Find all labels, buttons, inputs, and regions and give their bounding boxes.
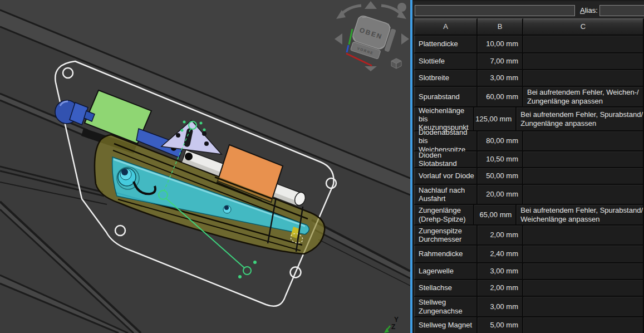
param-value-cell[interactable]: 3,00 mm xyxy=(478,70,523,87)
param-value-cell[interactable]: 2,00 mm xyxy=(478,280,523,297)
param-value-cell[interactable]: 5,00 mm xyxy=(478,317,523,333)
param-name-cell[interactable]: Vorlauf vor Diode xyxy=(414,168,478,185)
table-row: Nachlauf nach Ausfahrt20,00 mm xyxy=(414,185,644,205)
param-comment-cell[interactable]: Bei aufretendem Fehler, Spurabstand/ Wei… xyxy=(517,205,644,226)
table-row: Dioden Slotabstand10,50 mm xyxy=(414,151,644,168)
table-row: Diodenabstand bis Weichenspitze80,00 mm xyxy=(414,131,644,151)
param-value-cell[interactable]: 65,00 mm xyxy=(474,205,517,226)
table-row: Plattendicke10,00 mm xyxy=(414,36,644,53)
param-value-cell[interactable]: 7,00 mm xyxy=(478,53,523,70)
param-name-cell[interactable]: Slotbreite xyxy=(414,70,478,87)
param-comment-cell[interactable] xyxy=(523,131,644,151)
table-row: Stellweg Magnet5,00 mm xyxy=(414,317,644,333)
param-comment-cell[interactable] xyxy=(523,70,644,87)
param-name-cell[interactable]: Stellweg Zungenachse xyxy=(414,297,478,317)
alias-input[interactable] xyxy=(599,5,644,16)
cad-parameter-window: OBEN VORNE Y Z Alias: xyxy=(0,0,644,333)
parameter-name-input[interactable] xyxy=(415,5,575,16)
param-value-cell[interactable]: 20,00 mm xyxy=(478,185,523,205)
table-row: Spurabstand60,00 mmBei aufretendem Fehle… xyxy=(414,87,644,107)
param-name-cell[interactable]: Plattendicke xyxy=(414,36,478,53)
param-name-cell[interactable]: Spurabstand xyxy=(414,87,478,107)
table-row: Slotbreite3,00 mm xyxy=(414,70,644,87)
param-value-cell[interactable]: 50,00 mm xyxy=(478,168,523,185)
param-name-cell[interactable]: Lagerwelle xyxy=(414,263,478,280)
param-value-cell[interactable]: 3,00 mm xyxy=(478,297,523,317)
param-comment-cell[interactable] xyxy=(523,185,644,205)
param-name-cell[interactable]: Stellweg Magnet xyxy=(414,317,478,333)
column-header-c[interactable]: C xyxy=(523,18,644,36)
param-comment-cell[interactable] xyxy=(523,297,644,317)
param-name-cell[interactable]: Dioden Slotabstand xyxy=(414,151,478,168)
rod-hole xyxy=(185,153,193,160)
parameter-panel: Alias: A B C Plattendicke10,00 mmSlottie… xyxy=(412,0,644,333)
axis-z-label: Z xyxy=(391,323,395,331)
param-comment-cell[interactable] xyxy=(523,263,644,280)
table-row: Zungenspitze Durchmesser2,00 mm xyxy=(414,226,644,246)
column-header-a[interactable]: A xyxy=(414,18,478,36)
axis-y-label: Y xyxy=(394,316,399,324)
param-name-cell[interactable]: Rahmendicke xyxy=(414,246,478,263)
column-header-b[interactable]: B xyxy=(478,18,523,36)
alias-label: Alias: xyxy=(580,6,598,14)
param-comment-cell[interactable] xyxy=(523,151,644,168)
param-name-cell[interactable]: Zungenlänge (Drehp-Spitze) xyxy=(414,205,474,226)
table-row: Lagerwelle3,00 mm xyxy=(414,263,644,280)
param-comment-cell[interactable] xyxy=(523,280,644,297)
param-value-cell[interactable]: 80,00 mm xyxy=(478,131,523,151)
3d-viewport[interactable]: OBEN VORNE Y Z xyxy=(0,0,410,333)
table-row: Rahmendicke2,40 mm xyxy=(414,246,644,263)
param-comment-cell[interactable] xyxy=(523,53,644,70)
table-row: Stellachse2,00 mm xyxy=(414,280,644,297)
param-name-cell[interactable]: Slottiefe xyxy=(414,53,478,70)
param-value-cell[interactable]: 2,00 mm xyxy=(478,226,523,246)
parameter-toolbar: Alias: xyxy=(412,0,644,19)
param-comment-cell[interactable] xyxy=(523,246,644,263)
param-value-cell[interactable]: 10,00 mm xyxy=(478,36,523,53)
param-comment-cell[interactable] xyxy=(523,36,644,53)
param-value-cell[interactable]: 125,00 mm xyxy=(474,107,517,131)
iso-cube-icon[interactable] xyxy=(391,58,401,68)
home-view-icon[interactable] xyxy=(397,3,406,12)
parameter-table: A B C Plattendicke10,00 mmSlottiefe7,00 … xyxy=(414,18,644,333)
table-row: Stellweg Zungenachse3,00 mm xyxy=(414,297,644,317)
table-header-row: A B C xyxy=(414,18,644,36)
param-value-cell[interactable]: 10,50 mm xyxy=(478,151,523,168)
param-comment-cell[interactable] xyxy=(523,226,644,246)
table-row: Zungenlänge (Drehp-Spitze)65,00 mmBei au… xyxy=(414,205,644,226)
param-name-cell[interactable]: Zungenspitze Durchmesser xyxy=(414,226,478,246)
table-row: Slottiefe7,00 mm xyxy=(414,53,644,70)
param-comment-cell[interactable]: Bei aufretendem Fehler, Spurabstand/ Zun… xyxy=(517,107,644,131)
param-value-cell[interactable]: 3,00 mm xyxy=(478,263,523,280)
param-value-cell[interactable]: 2,40 mm xyxy=(478,246,523,263)
param-name-cell[interactable]: Nachlauf nach Ausfahrt xyxy=(414,185,478,205)
param-comment-cell[interactable] xyxy=(523,317,644,333)
param-name-cell[interactable]: Stellachse xyxy=(414,280,478,297)
param-comment-cell[interactable]: Bei aufretendem Fehler, Weichen-/ Zungen… xyxy=(523,87,644,107)
param-comment-cell[interactable] xyxy=(523,168,644,185)
table-row: Vorlauf vor Diode50,00 mm xyxy=(414,168,644,185)
param-value-cell[interactable]: 60,00 mm xyxy=(478,87,523,107)
param-name-cell[interactable]: Diodenabstand bis Weichenspitze xyxy=(414,131,478,151)
